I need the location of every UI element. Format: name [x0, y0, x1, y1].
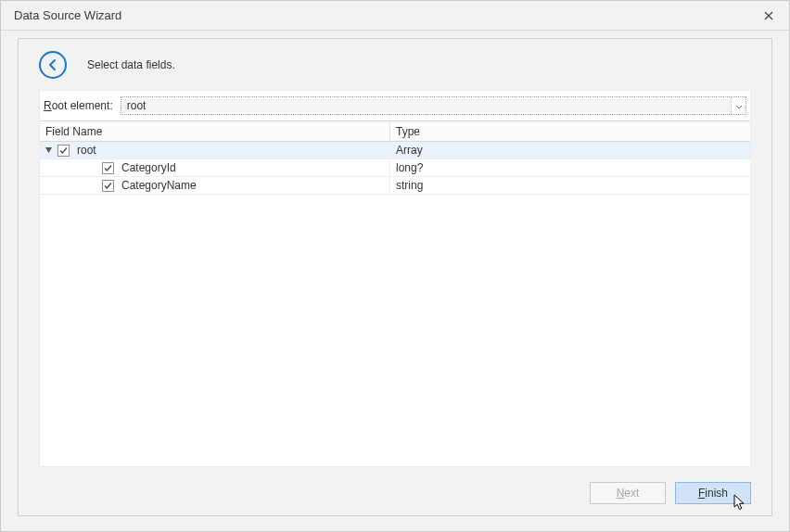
window-title: Data Source Wizard	[14, 8, 121, 22]
button-bar: Next Finish	[590, 482, 751, 504]
cell-field-name: CategoryId	[40, 159, 390, 176]
next-button: Next	[590, 482, 666, 504]
titlebar: Data Source Wizard	[1, 1, 789, 31]
cell-type: Array	[390, 142, 750, 158]
table-row[interactable]: root Array	[40, 142, 750, 159]
triangle-down-icon	[45, 144, 53, 157]
grid-header: Field Name Type	[40, 121, 750, 142]
root-element-label: Root element:	[44, 99, 113, 112]
root-element-value: root	[121, 99, 731, 112]
field-checkbox[interactable]	[102, 162, 114, 174]
close-icon	[764, 8, 773, 23]
field-checkbox[interactable]	[57, 145, 70, 157]
root-element-row: Root element: root	[40, 91, 750, 120]
tree-spacer	[88, 181, 98, 191]
tree-spacer	[88, 163, 98, 173]
field-name-text: root	[73, 144, 96, 157]
close-button[interactable]	[758, 5, 780, 27]
grid-body: root Array	[40, 142, 750, 466]
cell-field-name: CategoryName	[40, 177, 390, 194]
cell-field-name: root	[40, 142, 390, 158]
finish-button[interactable]: Finish	[675, 482, 751, 504]
field-type-text: long?	[396, 161, 423, 174]
arrow-left-icon	[45, 57, 60, 72]
field-name-text: CategoryId	[118, 161, 176, 174]
checkmark-icon	[58, 146, 69, 156]
col-header-type[interactable]: Type	[390, 121, 750, 141]
root-element-combobox[interactable]: root	[121, 96, 746, 115]
table-row[interactable]: CategoryName string	[40, 177, 750, 195]
content-panel: Root element: root Field Name Type	[39, 90, 751, 467]
field-name-text: CategoryName	[118, 179, 197, 192]
wizard-panel: Select data fields. Root element: root F…	[18, 38, 772, 516]
fields-grid: Field Name Type	[40, 120, 750, 466]
tree-collapse-toggle[interactable]	[44, 146, 54, 156]
cell-type: long?	[390, 159, 750, 176]
checkmark-icon	[103, 163, 113, 173]
mouse-cursor-icon	[733, 494, 748, 513]
field-type-text: string	[396, 179, 423, 192]
table-row[interactable]: CategoryId long?	[40, 159, 750, 177]
cell-type: string	[390, 177, 750, 194]
field-type-text: Array	[396, 144, 423, 157]
instruction-text: Select data fields.	[87, 58, 175, 71]
checkmark-icon	[103, 181, 113, 191]
root-element-dropdown-button[interactable]	[731, 97, 745, 114]
wizard-window: Data Source Wizard Select data fields. R…	[0, 0, 790, 532]
field-checkbox[interactable]	[102, 180, 114, 192]
wizard-header: Select data fields.	[19, 39, 771, 90]
chevron-down-icon	[735, 99, 743, 112]
col-header-field-name[interactable]: Field Name	[40, 121, 390, 141]
back-button[interactable]	[39, 51, 67, 79]
next-button-label: Next	[617, 487, 640, 500]
finish-button-label: Finish	[698, 487, 728, 500]
